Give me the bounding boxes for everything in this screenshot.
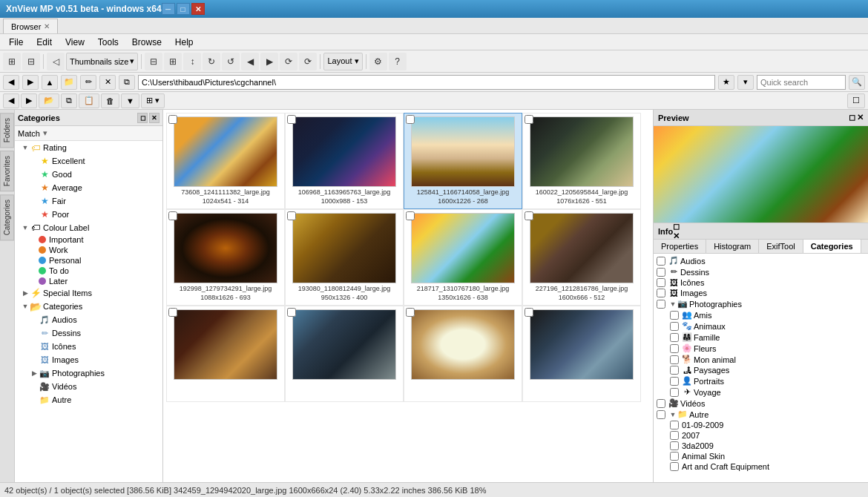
maximize-button[interactable]: □: [177, 3, 190, 15]
tree-item-autre[interactable]: 📁 Autre: [15, 393, 162, 407]
tree-item-later[interactable]: Later: [15, 276, 162, 286]
checkbox-area[interactable]: ☐: [847, 93, 865, 108]
cat-amis[interactable]: 👥 Amis: [655, 309, 867, 320]
cat-3da2009[interactable]: 3da2009: [655, 441, 867, 451]
cat-checkbox-paysages[interactable]: [670, 366, 679, 375]
next-button[interactable]: ▶: [260, 53, 278, 70]
refresh-button[interactable]: ⟳: [280, 53, 297, 70]
back-button[interactable]: ◁: [47, 53, 65, 70]
cat-checkbox-mon-animal[interactable]: [670, 355, 679, 364]
filter-dropdown[interactable]: ▼: [121, 93, 139, 108]
rotate-ccw-button[interactable]: ↺: [222, 53, 240, 70]
thumb-checkbox-6[interactable]: [287, 211, 296, 220]
tree-item-audios[interactable]: 🎵 Audios: [15, 313, 162, 326]
thumb-cell-7[interactable]: 218717_1310767180_large.jpg1350x1626 - 6…: [404, 209, 522, 306]
folders-tab[interactable]: Folders: [0, 113, 14, 148]
rotate-cw-button[interactable]: ↻: [203, 53, 220, 70]
close-button[interactable]: ✕: [191, 3, 205, 15]
expand-categories-icon[interactable]: ▼: [21, 303, 30, 310]
tab-exiftool[interactable]: ExifTool: [759, 240, 803, 253]
thumb-cell-10[interactable]: [285, 306, 404, 402]
prev-button[interactable]: ◀: [241, 53, 259, 70]
tree-item-excellent[interactable]: ★ Excellent: [15, 154, 162, 168]
cat-audios[interactable]: 🎵 Audios: [655, 255, 867, 266]
help-button[interactable]: ?: [389, 53, 407, 70]
cat-fleurs[interactable]: 🌸 Fleurs: [655, 343, 867, 354]
address-input[interactable]: [138, 75, 715, 90]
thumb-checkbox-11[interactable]: [406, 308, 415, 317]
tab-categories[interactable]: Categories: [803, 240, 861, 253]
tree-item-dessins[interactable]: ✏ Dessins: [15, 326, 162, 340]
thumb-checkbox-12[interactable]: [525, 308, 533, 317]
thumb-cell-1[interactable]: 73608_1241111382_large.jpg1024x541 - 314: [166, 113, 285, 209]
cat-dessins[interactable]: ✏ Dessins: [655, 266, 867, 277]
left-panel-restore-button[interactable]: ◻: [137, 113, 148, 123]
tree-item-average[interactable]: ★ Average: [15, 181, 162, 194]
tree-item-fair[interactable]: ★ Fair: [15, 194, 162, 208]
cat-01-09-2009[interactable]: 01-09-2009: [655, 420, 867, 430]
nav-new-folder-button[interactable]: 📁: [61, 75, 77, 90]
thumb-cell-8[interactable]: 227196_1212816786_large.jpg1600x666 - 51…: [522, 209, 641, 306]
refresh2-button[interactable]: ⟳: [299, 53, 317, 70]
thumb-cell-3[interactable]: 125841_1166714058_large.jpg1600x1226 - 2…: [404, 113, 522, 209]
cat-checkbox-animal-skin[interactable]: [670, 452, 679, 461]
info-restore-button[interactable]: ◻: [673, 222, 680, 231]
tree-item-images[interactable]: 🖼 Images: [15, 353, 162, 366]
thumb-checkbox-1[interactable]: [168, 115, 177, 124]
zoom-out-button[interactable]: ⊟: [145, 53, 162, 70]
cat-2007[interactable]: 2007: [655, 430, 867, 441]
categories-tab[interactable]: Categories: [0, 194, 14, 240]
tab-browser[interactable]: Browser ✕: [3, 19, 58, 33]
menu-view[interactable]: View: [59, 36, 91, 49]
cat-checkbox-photographies[interactable]: [657, 300, 665, 309]
expand-autre-icon[interactable]: ▼: [668, 411, 677, 418]
tab-properties[interactable]: Properties: [654, 240, 706, 253]
dropdown-button[interactable]: ▾: [737, 75, 754, 90]
tab-close-icon[interactable]: ✕: [44, 22, 50, 30]
cat-checkbox-audios[interactable]: [657, 257, 665, 266]
cat-videos[interactable]: 🎥 Vidéos: [655, 398, 867, 409]
preview-restore-button[interactable]: ◻: [849, 113, 855, 122]
nav-delete-button[interactable]: ✕: [99, 75, 116, 90]
tree-item-colour-label[interactable]: ▼ 🏷 Colour Label: [15, 221, 162, 234]
menu-help[interactable]: Help: [169, 36, 200, 49]
cat-checkbox-fleurs[interactable]: [670, 344, 679, 353]
cat-animaux[interactable]: 🐾 Animaux: [655, 320, 867, 332]
favorites-tab[interactable]: Favorites: [0, 151, 14, 191]
tree-item-poor[interactable]: ★ Poor: [15, 208, 162, 221]
thumb-cell-4[interactable]: 160022_1205695844_large.jpg1076x1626 - 5…: [522, 113, 641, 209]
sort-button[interactable]: ↕: [183, 53, 201, 70]
thumb-checkbox-3[interactable]: [406, 115, 415, 124]
thumb-checkbox-10[interactable]: [287, 308, 296, 317]
cat-checkbox-autre[interactable]: [657, 410, 665, 419]
search-input[interactable]: [757, 75, 846, 90]
cat-checkbox-art-craft[interactable]: [670, 462, 679, 471]
copy-filter[interactable]: ⧉: [61, 93, 77, 108]
cat-checkbox-videos[interactable]: [657, 399, 665, 408]
expand-photos-right-icon[interactable]: ▼: [668, 300, 677, 308]
nav-back-button[interactable]: ◀: [3, 75, 19, 90]
thumb-cell-12[interactable]: [522, 306, 641, 402]
cat-checkbox-animaux[interactable]: [670, 322, 679, 331]
tree-item-rating[interactable]: ▼ 🏷 Rating: [15, 141, 162, 154]
cat-checkbox-amis[interactable]: [670, 311, 679, 320]
zoom-in-button[interactable]: ⊞: [164, 53, 182, 70]
paste-filter[interactable]: 📋: [79, 93, 99, 108]
expand-colour-icon[interactable]: ▼: [21, 224, 30, 231]
nav-up-button[interactable]: ▲: [42, 75, 58, 90]
thumb-checkbox-5[interactable]: [168, 211, 177, 220]
match-dropdown-icon[interactable]: ▾: [43, 128, 47, 138]
cat-checkbox-voyage[interactable]: [670, 388, 679, 397]
thumb-checkbox-8[interactable]: [525, 211, 533, 220]
cat-icones[interactable]: 🖼 Icônes: [655, 277, 867, 288]
tree-item-videos[interactable]: 🎥 Vidéos: [15, 380, 162, 393]
expand-rating-icon[interactable]: ▼: [21, 144, 30, 151]
thumbnails-size-dropdown[interactable]: Thumbnails size ▾: [66, 53, 138, 70]
nav-back-filter[interactable]: ◀: [3, 93, 19, 108]
tab-histogram[interactable]: Histogram: [706, 240, 759, 253]
thumb-cell-9[interactable]: [166, 306, 285, 402]
cat-images[interactable]: 🖼 Images: [655, 288, 867, 298]
thumb-checkbox-9[interactable]: [168, 308, 177, 317]
view-toggle[interactable]: ⊞ ▾: [141, 93, 165, 108]
layout-dropdown[interactable]: Layout ▾: [323, 53, 362, 70]
